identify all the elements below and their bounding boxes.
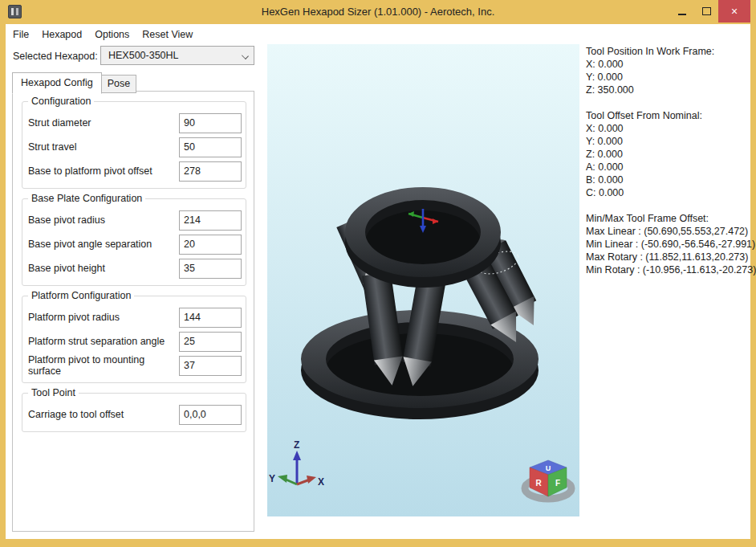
section-title: Tool Offset From Nominal: [586,109,749,122]
carriage-to-tool-offset-input[interactable] [179,405,242,425]
menu-options[interactable]: Options [88,25,136,44]
close-button[interactable]: × [718,0,750,22]
hexapod-select[interactable]: HEX500-350HL [100,46,254,65]
menu-reset-view[interactable]: Reset View [136,25,199,44]
info-panel: Tool Position In Work Frame: X: 0.000 Y:… [586,45,749,289]
group-title: Base Plate Configuration [28,193,145,204]
hexapod-select-value: HEX500-350HL [108,50,179,61]
info-line: X: 0.000 [586,58,749,71]
base-pivot-height-input[interactable] [179,259,242,279]
menu-file[interactable]: File [6,25,35,44]
strut-diameter-input[interactable] [179,113,242,133]
platform-strut-separation-angle-label: Platform strut separation angle [28,336,179,347]
tab-strip: Hexapod Config Pose [12,72,136,93]
section-title: Tool Position In Work Frame: [586,45,749,58]
base-pivot-angle-separation-input[interactable] [179,235,242,255]
field-row: Platform pivot to mounting surface [28,355,242,376]
info-line: Z: 0.000 [586,148,749,161]
field-row: Carriage to tool offset [28,404,242,425]
info-line: X: 0.000 [586,122,749,135]
info-line: Y: 0.000 [586,71,749,84]
menu-bar: File Hexapod Options Reset View [6,24,750,45]
window-controls: × [670,0,750,24]
base-pivot-radius-input[interactable] [179,210,242,231]
orientation-cube-icon: U R F [525,460,571,499]
hexgen-window: { "window": { "title": "HexGen Hexapod S… [0,0,756,547]
info-line: Max Linear : (50.690,55.553,27.472) [586,225,749,238]
group-title: Configuration [28,96,94,107]
group-base-plate-configuration: Base Plate Configuration Base pivot radi… [22,198,246,286]
client-area: File Hexapod Options Reset View Selected… [6,24,750,539]
menu-hexapod[interactable]: Hexapod [35,25,88,44]
field-row: Base pivot angle separation [28,234,242,255]
info-line: B: 0.000 [586,173,749,186]
chevron-down-icon [242,53,248,59]
svg-text:U: U [546,464,551,472]
platform-pivot-to-mounting-surface-label: Platform pivot to mounting surface [28,354,179,377]
platform-strut-separation-angle-input[interactable] [179,332,242,352]
base-to-platform-pivot-offset-label: Base to platform pivot offset [28,165,179,177]
config-panel: Selected Hexapod: HEX500-350HL Hexapod C… [6,45,267,539]
svg-text:R: R [535,479,542,488]
info-line: A: 0.000 [586,161,749,173]
hexapod-model [301,187,546,419]
platform-pivot-to-mounting-surface-input[interactable] [179,356,242,376]
info-line: Z: 350.000 [586,84,749,96]
base-pivot-height-label: Base pivot height [28,263,179,274]
group-title: Platform Configuration [28,290,134,301]
platform-pivot-radius-label: Platform pivot radius [28,312,179,323]
carriage-to-tool-offset-label: Carriage to tool offset [28,409,179,420]
base-to-platform-pivot-offset-input[interactable] [179,161,242,182]
field-row: Base pivot height [28,258,242,279]
tab-pose[interactable]: Pose [101,75,137,93]
minimize-button[interactable] [670,0,694,22]
corner-axes-icon: Z Y X [269,439,324,488]
strut-diameter-label: Strut diameter [28,117,179,129]
field-row: Strut diameter [28,112,242,133]
hexapod-3d-view[interactable]: Z Y X U R F [267,44,579,516]
base-pivot-radius-label: Base pivot radius [28,214,179,226]
strut-travel-label: Strut travel [28,141,179,153]
info-line: Min Rotary : (-10.956,-11.613,-20.273) [586,263,749,276]
group-configuration: Configuration Strut diameter Strut trave… [22,101,246,189]
section-title: Min/Max Tool Frame Offset: [586,212,749,225]
info-line: Y: 0.000 [586,135,749,148]
field-row: Base to platform pivot offset [28,161,242,182]
base-pivot-angle-separation-label: Base pivot angle separation [28,239,179,250]
field-row: Strut travel [28,137,242,157]
svg-text:Y: Y [269,473,275,484]
group-title: Tool Point [28,387,79,398]
field-row: Platform pivot radius [28,307,242,328]
minmax-offset-section: Min/Max Tool Frame Offset: Max Linear : … [586,212,749,276]
maximize-button[interactable] [694,0,718,22]
titlebar[interactable]: HexGen Hexapod Sizer (1.01.000) - Aerote… [0,0,756,24]
group-tool-point: Tool Point Carriage to tool offset [22,393,246,432]
tool-offset-section: Tool Offset From Nominal: X: 0.000 Y: 0.… [586,109,749,199]
window-title: HexGen Hexapod Sizer (1.01.000) - Aerote… [0,0,756,24]
selected-hexapod-label: Selected Hexapod: [13,51,98,62]
info-line: C: 0.000 [586,186,749,199]
group-platform-configuration: Platform Configuration Platform pivot ra… [22,296,246,383]
svg-text:X: X [318,476,324,488]
field-row: Base pivot radius [28,210,242,231]
strut-travel-input[interactable] [179,137,242,157]
svg-text:F: F [555,479,560,488]
hexapod-3d-canvas: Z Y X U R F [267,44,579,516]
info-line: Max Rotary : (11.852,11.613,20.273) [586,251,749,263]
tab-hexapod-config[interactable]: Hexapod Config [12,72,102,94]
maximize-icon [702,7,711,15]
minimize-icon [678,14,686,15]
close-icon: × [731,5,738,18]
tool-position-section: Tool Position In Work Frame: X: 0.000 Y:… [586,45,749,96]
info-line: Min Linear : (-50.690,-56.546,-27.991) [586,238,749,251]
platform-pivot-radius-input[interactable] [179,308,242,328]
hexapod-config-page: Configuration Strut diameter Strut trave… [12,91,254,532]
svg-text:Z: Z [294,439,299,451]
field-row: Platform strut separation angle [28,331,242,352]
